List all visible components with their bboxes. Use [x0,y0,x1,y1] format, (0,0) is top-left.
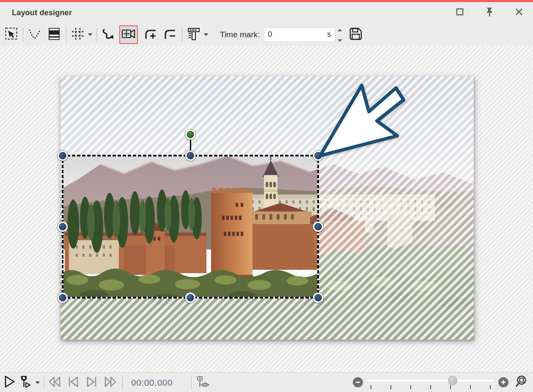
zoom-controls [353,372,527,392]
zoom-slider-ticks [371,385,491,389]
zoom-out-button[interactable] [353,377,363,387]
zoom-fit-button[interactable] [514,375,527,389]
play-options-caret[interactable] [35,374,41,391]
play-button[interactable] [1,375,18,391]
time-mark-field: s [264,27,335,42]
remove-curve-point-button[interactable] [161,25,179,44]
pin-button[interactable] [484,7,495,18]
handle-middle-right[interactable] [313,222,323,232]
skip-forward-button[interactable] [102,375,119,391]
toolbar-separator [96,28,97,41]
object-list-button[interactable] [184,25,203,44]
time-display: 00:00.000 [131,378,173,388]
layers-icon [47,27,61,43]
play-from-marker-button[interactable] [18,375,35,391]
save-button[interactable] [346,25,365,44]
handle-bottom-left[interactable] [58,293,68,303]
grid-icon [71,27,85,43]
object-list-dropdown-caret[interactable] [203,26,209,43]
toolbar: Time mark: s [0,23,533,46]
window-title: Layout designer [12,8,72,17]
zoom-slider-thumb[interactable] [448,376,457,385]
maximize-button[interactable] [454,7,465,18]
curve-tool-button[interactable] [99,25,118,44]
grid-button[interactable] [69,25,87,44]
handle-top-left[interactable] [58,151,68,161]
zoom-in-button[interactable] [498,377,508,387]
play-from-marker-icon [19,375,33,391]
skip-back-icon [48,376,61,390]
curve-icon [101,27,116,43]
maximize-icon [456,8,464,17]
next-frame-button[interactable] [83,375,100,391]
time-mark-label: Time mark: [220,30,260,39]
close-button[interactable] [514,7,525,18]
pin-icon [485,7,494,19]
zoom-slider-track[interactable] [367,379,494,382]
playback-separator [44,376,44,390]
preview-marker-icon [195,375,210,391]
previous-frame-icon [67,376,80,390]
handle-top-right[interactable] [313,151,323,161]
layers-button[interactable] [45,25,63,44]
toolbar-separator [66,28,66,41]
skip-back-button[interactable] [46,375,63,391]
zoom-in-icon [501,380,506,385]
camera-pan-icon [121,27,136,43]
spinner-up-button[interactable] [338,25,342,33]
selection-border[interactable] [62,155,319,299]
playback-separator [122,376,123,390]
handle-middle-left[interactable] [58,222,68,232]
play-icon [3,375,16,390]
handle-top-center[interactable] [185,151,195,161]
layout-designer-window: Layout designer [0,0,533,392]
motion-path-icon [27,27,42,43]
titlebar: Layout designer [0,2,533,23]
time-mark-spinner [338,25,342,44]
grid-dropdown-caret[interactable] [87,26,93,43]
add-curve-point-button[interactable] [141,25,160,44]
object-list-icon [187,27,201,43]
handle-bottom-center[interactable] [185,293,195,303]
rotation-handle[interactable] [185,129,195,140]
previous-frame-button[interactable] [65,375,82,391]
spinner-down-button[interactable] [338,36,342,44]
next-frame-icon [85,376,98,390]
preview-marker-button[interactable] [194,375,211,391]
camera-pan-button[interactable] [119,25,138,44]
toolbar-separator [182,28,182,41]
save-icon [349,27,363,43]
remove-curve-point-icon [163,27,177,43]
skip-forward-icon [104,376,117,390]
zoom-fit-icon [514,382,527,389]
motion-path-button[interactable] [25,25,44,44]
close-icon [515,8,523,17]
zoom-out-icon [355,380,360,385]
select-tool-button[interactable] [2,25,21,44]
add-curve-point-icon [143,27,158,43]
toolbar-separator [23,28,23,41]
zoom-slider[interactable] [367,377,494,388]
playback-separator [191,376,192,390]
time-mark-unit: s [327,30,331,39]
design-canvas[interactable] [60,76,474,340]
window-controls [454,2,525,23]
handle-bottom-right[interactable] [313,293,323,303]
time-mark-input[interactable] [264,28,319,41]
select-tool-icon [4,27,19,43]
